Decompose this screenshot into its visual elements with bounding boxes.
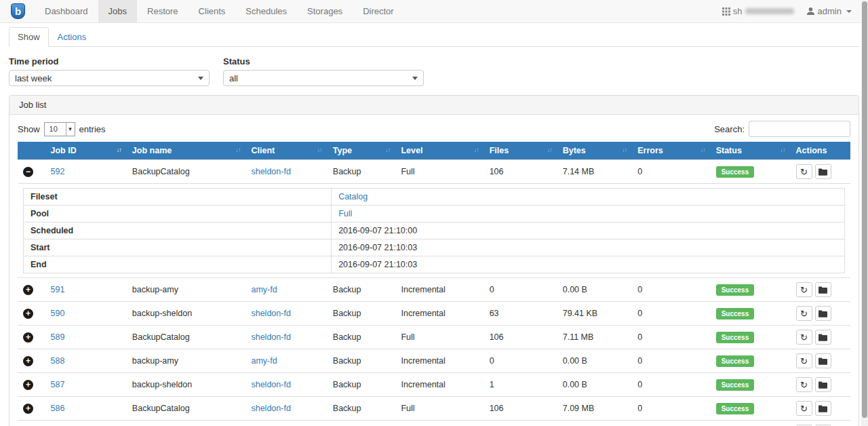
column-header-type[interactable]: Type↓↑ [328,142,396,160]
rerun-icon: ↻ [800,167,808,177]
client-link[interactable]: sheldon-fd [251,167,290,176]
director-host-indicator[interactable]: sh [722,6,794,16]
expand-row-button[interactable]: + [23,309,33,319]
rerun-job-button[interactable]: ↻ [796,282,812,297]
tab-actions[interactable]: Actions [49,27,96,47]
job-id-link[interactable]: 586 [51,404,65,413]
column-header-files[interactable]: Files↓↑ [484,142,557,160]
actions-cell: ↻ [791,421,850,426]
job-files-button[interactable] [815,401,831,416]
table-row-job-586: +586BackupCatalogsheldon-fdBackupFull106… [18,397,850,421]
rerun-job-button[interactable]: ↻ [796,377,812,392]
rerun-job-button[interactable]: ↻ [796,164,812,179]
job-files-button[interactable] [815,377,831,392]
sort-icon[interactable]: ↓↑ [547,147,552,153]
job-id-cell: 585 [45,421,127,426]
nav-item-jobs[interactable]: Jobs [98,0,137,22]
type-cell: Backup [328,397,396,421]
tab-show[interactable]: Show [9,27,49,47]
client-link[interactable]: sheldon-fd [251,309,290,318]
panel-body: Show 10 ▼ entries Search: Job ID↓↑Job na [9,115,859,426]
entries-value: 10 [45,123,66,136]
column-header-bytes[interactable]: Bytes↓↑ [557,142,633,160]
client-link[interactable]: amy-fd [251,356,277,366]
entries-select[interactable]: 10 ▼ [44,122,75,136]
detail-value-link[interactable]: Full [338,209,352,218]
nav-item-storages[interactable]: Storages [297,0,353,22]
client-cell: sheldon-fd [245,373,327,397]
job-files-button[interactable] [815,353,831,368]
scrollbar-thumb[interactable] [862,1,867,418]
level-cell: Full [395,160,484,184]
nav-item-clients[interactable]: Clients [189,0,236,22]
nav-item-dashboard[interactable]: Dashboard [35,0,98,22]
rerun-job-button[interactable]: ↻ [796,306,812,321]
column-header-errors[interactable]: Errors↓↑ [632,142,710,160]
expand-row-button[interactable]: + [23,404,33,414]
folder-icon [818,381,827,389]
status-select[interactable]: all [223,70,424,86]
column-header-job-id[interactable]: Job ID↓↑ [45,142,127,160]
rerun-job-button[interactable]: ↻ [796,353,812,368]
time-period-filter: Time period last week [9,56,210,86]
expand-row-button[interactable]: + [23,356,33,366]
job-id-link[interactable]: 589 [51,332,65,342]
sort-icon[interactable]: ↓↑ [317,147,322,153]
sort-icon[interactable]: ↓↑ [474,147,479,153]
time-period-select[interactable]: last week [9,70,210,86]
level-cell: Full [395,397,484,421]
column-header-job-name[interactable]: Job name↓↑ [127,142,246,160]
detail-value-link[interactable]: Catalog [338,192,368,201]
client-link[interactable]: amy-fd [251,285,277,294]
job-files-button[interactable] [815,306,831,321]
app-logo[interactable]: b [0,0,35,22]
sort-icon[interactable]: ↓↑ [622,147,627,153]
user-menu[interactable]: admin [806,6,852,16]
job-files-button[interactable] [815,282,831,297]
nav-item-restore[interactable]: Restore [137,0,189,22]
client-link[interactable]: sheldon-fd [251,332,290,342]
rerun-job-button[interactable]: ↻ [796,330,812,345]
detail-label: Pool [24,206,332,222]
expand-cell: + [18,302,45,326]
page-scrollbar[interactable] [861,0,868,426]
expand-row-button[interactable]: + [23,380,33,390]
sort-icon[interactable]: ↓↑ [781,147,785,153]
job-files-button[interactable] [815,330,831,345]
column-header-actions[interactable]: Actions [791,142,850,160]
collapse-row-button[interactable]: − [23,167,33,177]
status-badge: Success [716,332,755,343]
search-control: Search: [714,121,850,137]
files-cell: 1 [484,373,557,397]
column-header-status[interactable]: Status↓↑ [711,142,791,160]
sort-icon[interactable]: ↓↑ [235,147,240,153]
sort-icon[interactable]: ↓↑ [701,147,705,153]
job-id-link[interactable]: 588 [51,356,65,366]
job-name-cell: BackupCatalog [127,326,246,349]
job-files-button[interactable] [815,164,831,179]
nav-item-schedules[interactable]: Schedules [235,0,297,22]
client-link[interactable]: sheldon-fd [251,404,290,413]
job-id-link[interactable]: 587 [51,380,65,389]
sort-icon[interactable]: ↓↑ [117,147,121,153]
column-header-client[interactable]: Client↓↑ [245,142,327,160]
show-label: Show [18,124,40,134]
column-header-level[interactable]: Level↓↑ [395,142,484,160]
search-input[interactable] [749,121,850,137]
nav-item-director[interactable]: Director [353,0,404,22]
expand-cell: + [18,397,45,421]
expand-row-button[interactable]: + [23,332,33,343]
job-id-link[interactable]: 591 [51,285,65,294]
expand-row-button[interactable]: + [23,285,33,295]
job-id-cell: 589 [45,326,127,349]
client-link[interactable]: sheldon-fd [251,380,290,389]
rerun-job-button[interactable]: ↻ [796,401,812,416]
header-row: Job ID↓↑Job name↓↑Client↓↑Type↓↑Level↓↑F… [18,142,850,160]
job-id-link[interactable]: 590 [51,309,65,318]
job-id-link[interactable]: 592 [51,167,65,176]
folder-icon [818,310,827,317]
client-cell: sheldon-fd [245,302,327,326]
job-table-body: −592BackupCatalogsheldon-fdBackupFull106… [18,160,850,426]
sort-icon[interactable]: ↓↑ [385,147,390,153]
expand-column-header [18,142,45,160]
